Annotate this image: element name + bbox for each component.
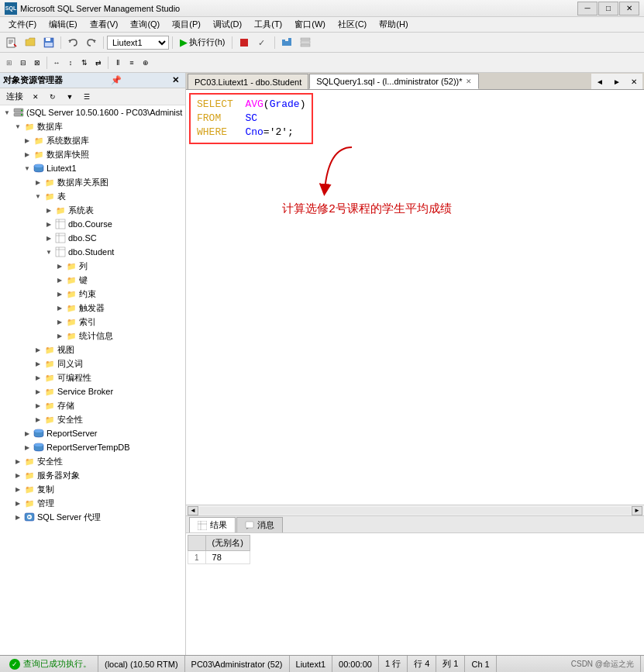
views-expand-icon[interactable]: ▶: [33, 344, 43, 355]
tree-server-objects[interactable]: ▶ 📁 服务器对象: [0, 468, 185, 482]
menu-debug[interactable]: 调试(D): [208, 16, 247, 33]
code-editor[interactable]: SELECT AVG(Grade) FROM SC WHERE Cno='2';: [186, 90, 644, 505]
tree-management[interactable]: ▶ 📁 管理: [0, 496, 185, 510]
menu-project[interactable]: 项目(P): [167, 16, 206, 33]
tree-db-snapshots[interactable]: ▶ 📁 数据库快照: [0, 147, 185, 161]
tree-indexes[interactable]: ▶ 📁 索引: [0, 315, 185, 329]
service-broker-expand-icon[interactable]: ▶: [33, 386, 43, 397]
menu-file[interactable]: 文件(F): [3, 16, 42, 33]
indexes-expand-icon[interactable]: ▶: [54, 316, 65, 327]
tree-report-server-temp[interactable]: ▶ ReportServerTempDB: [0, 440, 185, 454]
tree-keys[interactable]: ▶ 📁 键: [0, 273, 185, 287]
system-dbs-expand-icon[interactable]: ▶: [22, 135, 33, 146]
sys-tables-expand-icon[interactable]: ▶: [43, 205, 54, 215]
hscroll-left[interactable]: ◄: [188, 506, 198, 515]
menu-tools[interactable]: 工具(T): [249, 16, 288, 33]
tree-views[interactable]: ▶ 📁 视图: [0, 343, 185, 357]
tab-close-button[interactable]: ✕: [466, 78, 472, 85]
panel-close-button[interactable]: ✕: [169, 75, 182, 85]
results-tab-messages[interactable]: 消息: [236, 517, 283, 532]
report-server-temp-expand-icon[interactable]: ▶: [22, 442, 33, 453]
tables-expand-icon[interactable]: ▼: [33, 191, 43, 202]
tree-synonyms[interactable]: ▶ 📁 同义词: [0, 357, 185, 370]
results-tab-results[interactable]: 结果: [189, 517, 236, 532]
tree-dbo-student[interactable]: ▼ dbo.Student: [0, 245, 185, 259]
restore-button[interactable]: □: [598, 2, 618, 16]
tree-security-db[interactable]: ▶ 📁 安全性: [0, 412, 185, 426]
tree-replication[interactable]: ▶ 📁 复制: [0, 482, 185, 496]
menu-view[interactable]: 查看(V): [84, 16, 124, 33]
tb2-btn2[interactable]: ⊟: [17, 57, 29, 69]
management-expand-icon[interactable]: ▶: [12, 498, 23, 508]
db-snapshots-expand-icon[interactable]: ▶: [22, 149, 33, 160]
refresh-button[interactable]: ↻: [45, 90, 60, 104]
databases-expand-icon[interactable]: ▼: [12, 121, 23, 132]
menu-community[interactable]: 社区(C): [332, 16, 372, 33]
tb2-btn6[interactable]: ⇅: [78, 57, 91, 69]
keys-expand-icon[interactable]: ▶: [54, 274, 65, 285]
disconnect-button[interactable]: ✕: [28, 90, 43, 104]
security-expand-icon[interactable]: ▶: [12, 456, 23, 467]
dbo-student-expand-icon[interactable]: ▼: [43, 246, 54, 257]
summary-button[interactable]: ☰: [79, 90, 95, 104]
tb2-btn3[interactable]: ⊠: [31, 57, 43, 69]
tree-dbo-course[interactable]: ▶ dbo.Course: [0, 217, 185, 231]
triggers-expand-icon[interactable]: ▶: [54, 302, 65, 313]
db-diagrams-expand-icon[interactable]: ▶: [33, 177, 43, 188]
server-objects-expand-icon[interactable]: ▶: [12, 470, 23, 481]
tree-tables[interactable]: ▼ 📁 表: [0, 189, 185, 203]
tab-scroll-left[interactable]: ◄: [591, 74, 608, 89]
open-button[interactable]: [22, 35, 39, 50]
tree-storage[interactable]: ▶ 📁 存储: [0, 398, 185, 412]
tree-constraints[interactable]: ▶ 📁 约束: [0, 287, 185, 301]
filter-button[interactable]: ▼: [62, 90, 77, 104]
tree-liutext1[interactable]: ▼ Liutext1: [0, 161, 185, 175]
tb2-btn5[interactable]: ↕: [64, 57, 77, 69]
tree-statistics[interactable]: ▶ 📁 统计信息: [0, 329, 185, 343]
tree-service-broker[interactable]: ▶ 📁 Service Broker: [0, 384, 185, 398]
save-button[interactable]: [40, 35, 57, 50]
tree-security[interactable]: ▶ 📁 安全性: [0, 454, 185, 468]
tb2-btn1[interactable]: ⊞: [3, 57, 15, 69]
tree-sql-agent[interactable]: ▶ SQL Server 代理: [0, 510, 185, 524]
tree-report-server[interactable]: ▶ ReportServer: [0, 426, 185, 440]
close-button[interactable]: ✕: [619, 2, 639, 16]
tree-columns[interactable]: ▶ 📁 列: [0, 259, 185, 273]
replication-expand-icon[interactable]: ▶: [12, 484, 23, 495]
parse-button[interactable]: ✓: [254, 35, 271, 50]
redo-button[interactable]: [83, 35, 100, 50]
sql-agent-expand-icon[interactable]: ▶: [12, 512, 23, 522]
tab-dbo-student[interactable]: PC03.Liutext1 - dbo.Student: [188, 74, 308, 89]
tree-dbo-sc[interactable]: ▶ dbo.SC: [0, 231, 185, 245]
object-explorer-tree[interactable]: ▼ (SQL Server 10.50.1600 - PC03\Administ…: [0, 105, 185, 655]
new-query-button[interactable]: [3, 35, 20, 50]
results-button[interactable]: [297, 35, 314, 50]
undo-button[interactable]: [64, 35, 81, 50]
tab-sql-query[interactable]: SQLQuery1.sql - (l...dministrator (52))*…: [309, 74, 478, 89]
tb2-btn7[interactable]: ⇄: [92, 57, 105, 69]
panel-pin-button[interactable]: 📌: [108, 75, 125, 85]
tree-server[interactable]: ▼ (SQL Server 10.50.1600 - PC03\Administ: [0, 105, 185, 119]
stop-button[interactable]: [236, 35, 253, 50]
statistics-expand-icon[interactable]: ▶: [54, 330, 65, 341]
synonyms-expand-icon[interactable]: ▶: [33, 358, 43, 369]
tab-scroll-right[interactable]: ►: [608, 74, 625, 89]
tb2-btn4[interactable]: ↔: [50, 57, 63, 69]
tree-db-diagrams[interactable]: ▶ 📁 数据库关系图: [0, 175, 185, 189]
tree-triggers[interactable]: ▶ 📁 触发器: [0, 301, 185, 315]
menu-window[interactable]: 窗口(W): [289, 16, 331, 33]
execute-button[interactable]: ▶ 执行行(h): [176, 35, 229, 50]
tb2-btn9[interactable]: ≡: [126, 57, 138, 69]
tb2-btn8[interactable]: Ⅱ: [112, 57, 124, 69]
tree-programmability[interactable]: ▶ 📁 可编程性: [0, 370, 185, 384]
minimize-button[interactable]: ─: [577, 2, 598, 16]
menu-help[interactable]: 帮助(H): [374, 16, 413, 33]
display-estimated-plan[interactable]: [278, 35, 295, 50]
connect-button[interactable]: 连接: [3, 91, 26, 102]
tree-databases[interactable]: ▼ 📁 数据库: [0, 119, 185, 133]
programmability-expand-icon[interactable]: ▶: [33, 372, 43, 383]
tab-close-all[interactable]: ✕: [625, 74, 642, 89]
columns-expand-icon[interactable]: ▶: [54, 260, 65, 271]
server-expand-icon[interactable]: ▼: [2, 107, 12, 118]
tree-system-dbs[interactable]: ▶ 📁 系统数据库: [0, 133, 185, 147]
